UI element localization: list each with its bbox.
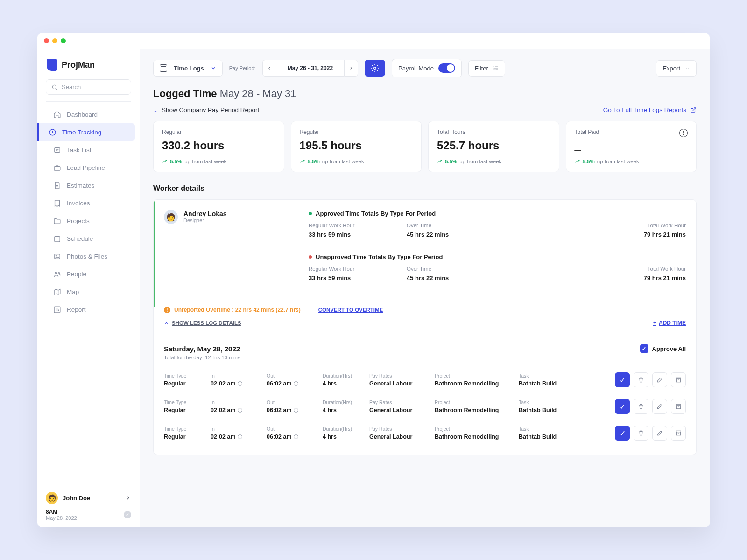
log-row: Time TypeRegularIn02:02 am Out06:02 am D… [164, 367, 686, 393]
payroll-mode-toggle[interactable]: Payroll Mode [392, 59, 462, 77]
nav-item-photos-files[interactable]: Photos & Files [42, 247, 135, 265]
search-input[interactable]: Search [46, 79, 131, 95]
edit-button[interactable] [652, 426, 667, 441]
nav-item-dashboard[interactable]: Dashboard [42, 105, 135, 123]
archive-button[interactable] [671, 426, 686, 441]
add-time-button[interactable]: + ADD TIME [653, 320, 686, 326]
prev-period-button[interactable] [262, 60, 276, 77]
chevron-right-icon [125, 495, 131, 501]
pencil-icon [656, 430, 663, 436]
worker-details-heading: Worker details [153, 184, 697, 193]
briefcase-icon [53, 163, 61, 172]
clock-icon [294, 434, 298, 439]
stat-sub: 5.5%up from last week [437, 159, 550, 164]
log-col-label: Out [267, 373, 318, 378]
check-circle-icon: ✓ [124, 511, 131, 518]
archive-icon [675, 430, 682, 436]
user-avatar: 🧑 [46, 492, 58, 504]
nav-item-people[interactable]: People [42, 265, 135, 283]
worker-role: Designer [183, 217, 227, 223]
list-icon [53, 146, 61, 154]
svg-rect-3 [54, 166, 60, 170]
minimize-dot[interactable] [52, 38, 57, 43]
period-block: Approved Time Totals By Type For PeriodR… [309, 210, 686, 245]
map-icon [53, 287, 61, 296]
trash-icon [638, 430, 644, 436]
nav-item-time-tracking[interactable]: Time Tracking [37, 123, 135, 141]
archive-button[interactable] [671, 372, 686, 387]
delete-button[interactable] [634, 399, 648, 414]
nav-item-lead-pipeline[interactable]: Lead Pipeline [42, 159, 135, 176]
maximize-dot[interactable] [61, 38, 66, 43]
approve-button[interactable]: ✓ [615, 372, 630, 387]
period-col-label: Total Work Hour [616, 266, 686, 272]
plus-icon: + [653, 320, 656, 326]
svg-point-8 [58, 272, 60, 274]
stat-card: Total Hours525.7 hours5.5%up from last w… [428, 121, 559, 172]
show-less-button[interactable]: SHOW LESS LOG DETAILS [164, 320, 241, 326]
log-col-value: General Labour [369, 407, 430, 413]
view-selector[interactable]: Time Logs [153, 60, 223, 77]
approve-all-button[interactable]: ✓ Approve All [640, 344, 686, 353]
page-title: Logged Time May 28 - May 31 [153, 88, 697, 100]
sliders-icon [493, 65, 499, 71]
log-col-label: Project [435, 399, 514, 405]
period-col-label: Over Time [407, 266, 477, 272]
edit-button[interactable] [652, 372, 667, 387]
pay-period-value[interactable]: May 26 - 31, 2022 [276, 60, 344, 77]
external-link-icon [690, 107, 697, 113]
nav-item-invoices[interactable]: Invoices [42, 194, 135, 212]
svg-rect-2 [54, 147, 59, 152]
user-time: 8AM [46, 509, 77, 515]
edit-button[interactable] [652, 399, 667, 414]
nav-item-map[interactable]: Map [42, 283, 135, 301]
delete-button[interactable] [634, 426, 648, 441]
period-col-label: Over Time [407, 223, 477, 228]
payroll-mode-label: Payroll Mode [398, 65, 434, 72]
chevron-down-icon [685, 66, 690, 71]
log-col-label: Time Type [164, 373, 206, 378]
stat-card: !Total Paid_5.5%up from last week [566, 121, 697, 172]
export-button[interactable]: Export [656, 60, 697, 77]
approve-button[interactable]: ✓ [615, 426, 630, 441]
next-period-button[interactable] [344, 60, 358, 77]
nav-item-label: Photos & Files [67, 253, 107, 260]
nav-item-estimates[interactable]: Estimates [42, 176, 135, 194]
clock-icon [238, 381, 242, 386]
svg-point-7 [55, 272, 57, 273]
goto-reports-link[interactable]: Go To Full Time Logs Reports [603, 106, 697, 113]
close-dot[interactable] [44, 38, 49, 43]
status-dot-icon [309, 255, 312, 259]
log-col-value: General Labour [369, 434, 430, 440]
approve-button[interactable]: ✓ [615, 399, 630, 414]
stats-cards: Regular330.2 hours5.5%up from last weekR… [153, 121, 697, 172]
show-report-button[interactable]: ⌄ Show Company Pay Period Report [153, 106, 259, 113]
log-col-label: Duration(Hrs) [323, 373, 365, 378]
nav-item-schedule[interactable]: Schedule [42, 230, 135, 247]
invoice-icon [53, 199, 61, 207]
settings-button[interactable] [365, 60, 385, 77]
chart-icon [53, 305, 61, 314]
convert-overtime-button[interactable]: CONVERT TO OVERTIME [318, 307, 383, 313]
log-day-total: Total for the day: 12 hrs 13 mins [164, 355, 686, 360]
nav-item-report[interactable]: Report [42, 301, 135, 318]
log-col-label: Project [435, 426, 514, 432]
log-col-value: Regular [164, 380, 206, 387]
archive-icon [675, 403, 682, 410]
folder-icon [53, 217, 61, 225]
log-col-value: 06:02 am [267, 407, 318, 413]
user-row[interactable]: 🧑 John Doe [46, 492, 131, 504]
svg-point-6 [56, 255, 56, 256]
log-col-label: Out [267, 399, 318, 405]
user-name: John Doe [63, 495, 120, 502]
log-day: Saturday, May 28, 2022 ✓ Approve All Tot… [154, 336, 696, 455]
nav-item-task-list[interactable]: Task List [42, 141, 135, 159]
search-icon [51, 84, 58, 91]
archive-icon [675, 377, 682, 383]
delete-button[interactable] [634, 372, 648, 387]
log-col-value: General Labour [369, 380, 430, 387]
archive-button[interactable] [671, 399, 686, 414]
filter-button[interactable]: Filter [468, 60, 505, 77]
chevron-down-icon [211, 65, 216, 71]
nav-item-projects[interactable]: Projects [42, 212, 135, 230]
